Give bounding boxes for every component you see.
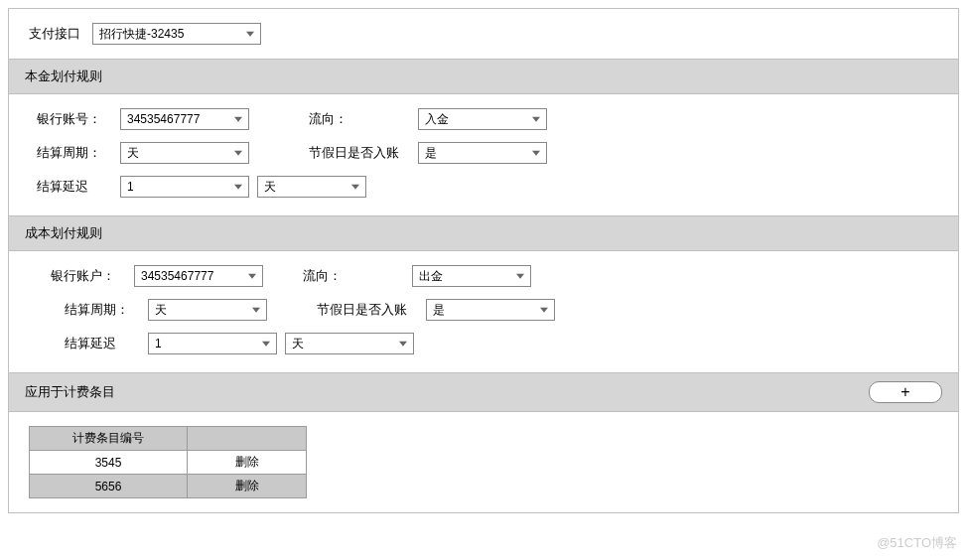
settle-cycle-value: 天 [127, 145, 139, 162]
holiday-value: 是 [425, 145, 437, 162]
delete-button[interactable]: 删除 [188, 475, 307, 498]
chevron-down-icon [516, 274, 524, 279]
cost-bank-account-label: 银行账户： [51, 267, 134, 285]
table-row: 3545 删除 [30, 451, 307, 475]
holiday-select[interactable]: 是 [418, 142, 547, 164]
settings-panel: 支付接口 招行快捷-32435 本金划付规则 银行账号： 34535467777… [8, 8, 959, 513]
cost-settle-cycle-value: 天 [155, 302, 167, 319]
cost-bank-account-select[interactable]: 34535467777 [134, 265, 263, 287]
chevron-down-icon [246, 32, 254, 37]
chevron-down-icon [262, 342, 270, 347]
payment-interface-row: 支付接口 招行快捷-32435 [9, 9, 958, 59]
settle-delay-unit: 天 [264, 179, 276, 196]
cost-settle-cycle-row: 结算周期： 天 节假日是否入账 是 [51, 299, 930, 321]
principal-rule-header: 本金划付规则 [9, 59, 958, 94]
payment-interface-value: 招行快捷-32435 [99, 26, 184, 43]
cost-rule-form: 银行账户： 34535467777 流向： 出金 结算周期： 天 节假日是否入账… [9, 251, 958, 372]
chevron-down-icon [252, 308, 260, 313]
add-button[interactable]: + [869, 381, 942, 403]
settle-cycle-label: 结算周期： [37, 144, 120, 162]
chevron-down-icon [234, 185, 242, 190]
principal-rule-form: 银行账号： 34535467777 流向： 入金 结算周期： 天 节假日是否入账… [9, 94, 958, 215]
bank-account-value: 34535467777 [127, 112, 200, 126]
bank-account-select[interactable]: 34535467777 [120, 108, 249, 130]
payment-interface-select[interactable]: 招行快捷-32435 [92, 23, 261, 45]
billing-col-action [188, 427, 307, 451]
cost-rule-header: 成本划付规则 [9, 215, 958, 251]
payment-interface-label: 支付接口 [29, 25, 80, 43]
cost-settle-delay-number-select[interactable]: 1 [148, 333, 277, 354]
flow-value: 入金 [425, 111, 449, 128]
chevron-down-icon [532, 117, 540, 122]
bank-account-label: 银行账号： [37, 110, 120, 128]
cost-settle-cycle-select[interactable]: 天 [148, 299, 267, 321]
cost-flow-value: 出金 [419, 268, 443, 285]
chevron-down-icon [234, 151, 242, 156]
billing-table-wrap: 计费条目编号 3545 删除 5656 删除 [9, 412, 958, 512]
cost-holiday-select[interactable]: 是 [426, 299, 555, 321]
cost-settle-delay-unit: 天 [292, 336, 304, 352]
chevron-down-icon [540, 308, 548, 313]
chevron-down-icon [399, 342, 407, 347]
settle-delay-unit-select[interactable]: 天 [257, 176, 366, 198]
table-row: 5656 删除 [30, 475, 307, 498]
cost-settle-delay-number: 1 [155, 337, 162, 350]
flow-select[interactable]: 入金 [418, 108, 547, 130]
cost-settle-cycle-label: 结算周期： [65, 301, 148, 319]
plus-icon: + [900, 384, 909, 400]
bank-account-row: 银行账号： 34535467777 流向： 入金 [37, 108, 930, 130]
chevron-down-icon [351, 185, 359, 190]
cost-bank-account-row: 银行账户： 34535467777 流向： 出金 [51, 265, 930, 287]
settle-delay-number-select[interactable]: 1 [120, 176, 249, 198]
flow-label: 流向： [309, 110, 418, 128]
apply-billing-title: 应用于计费条目 [25, 383, 115, 401]
apply-billing-header: 应用于计费条目 + [9, 372, 958, 412]
settle-cycle-row: 结算周期： 天 节假日是否入账 是 [37, 142, 930, 164]
cost-bank-account-value: 34535467777 [141, 269, 213, 283]
settle-cycle-select[interactable]: 天 [120, 142, 249, 164]
cost-settle-delay-label: 结算延迟 [65, 335, 148, 352]
cost-flow-label: 流向： [303, 267, 412, 285]
billing-table: 计费条目编号 3545 删除 5656 删除 [29, 426, 307, 498]
chevron-down-icon [248, 274, 256, 279]
chevron-down-icon [234, 117, 242, 122]
settle-delay-row: 结算延迟 1 天 [37, 176, 930, 198]
billing-id-cell: 5656 [30, 475, 188, 498]
delete-button[interactable]: 删除 [188, 451, 307, 475]
cost-settle-delay-unit-select[interactable]: 天 [285, 333, 414, 354]
chevron-down-icon [532, 151, 540, 156]
cost-flow-select[interactable]: 出金 [412, 265, 531, 287]
billing-col-id: 计费条目编号 [30, 427, 188, 451]
settle-delay-label: 结算延迟 [37, 178, 120, 196]
cost-settle-delay-row: 结算延迟 1 天 [51, 333, 930, 354]
billing-id-cell: 3545 [30, 451, 188, 475]
cost-holiday-value: 是 [433, 302, 445, 319]
settle-delay-number: 1 [127, 180, 134, 194]
cost-holiday-label: 节假日是否入账 [317, 301, 426, 319]
holiday-label: 节假日是否入账 [309, 144, 418, 162]
